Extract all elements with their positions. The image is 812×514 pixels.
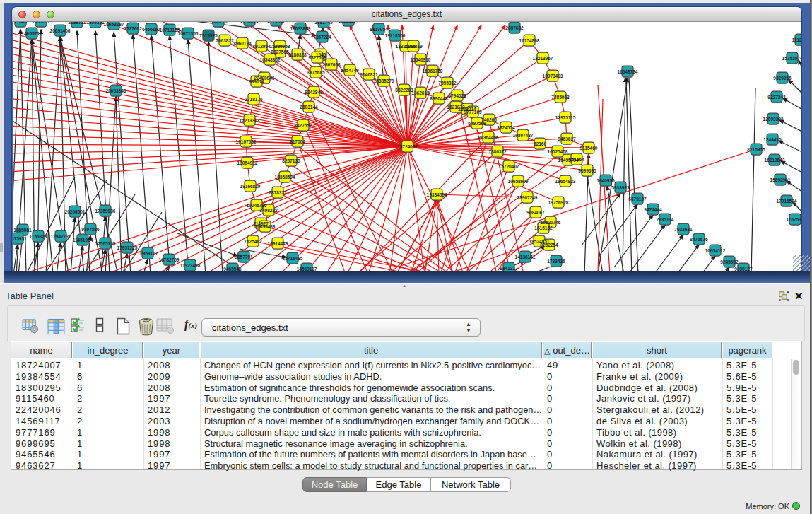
svg-text:2803144: 2803144 [300,105,318,110]
svg-text:8215955: 8215955 [747,147,765,152]
svg-text:9242848: 9242848 [305,90,323,95]
svg-text:11923468: 11923468 [180,263,201,268]
svg-text:1733426: 1733426 [547,259,565,264]
svg-text:8471676: 8471676 [690,237,708,242]
svg-text:9245652: 9245652 [720,259,739,264]
svg-text:3498222: 3498222 [259,208,278,213]
svg-text:1640956: 1640956 [596,178,615,183]
svg-text:19756928: 19756928 [548,200,569,205]
svg-text:19384554: 19384554 [427,192,447,197]
svg-text:7625402: 7625402 [244,239,262,244]
svg-text:8427552: 8427552 [294,123,312,128]
svg-text:12213967: 12213967 [533,56,553,61]
svg-text:1692745: 1692745 [314,22,333,25]
svg-text:17957225: 17957225 [117,245,138,250]
svg-text:7632621: 7632621 [674,227,693,232]
svg-text:10807487: 10807487 [513,133,534,138]
svg-text:9841217: 9841217 [500,266,518,271]
svg-text:3875685: 3875685 [307,70,325,75]
svg-text:10046786: 10046786 [247,203,267,208]
svg-text:16154808: 16154808 [519,38,540,43]
svg-text:9084067: 9084067 [526,210,545,215]
svg-text:9465546: 9465546 [223,267,242,271]
svg-text:8267130: 8267130 [282,158,300,163]
svg-text:1885081: 1885081 [13,228,32,233]
svg-text:8878332: 8878332 [269,190,287,195]
svg-text:9463627: 9463627 [558,136,576,141]
svg-text:19654923: 19654923 [555,179,576,184]
svg-text:151364: 151364 [569,157,584,162]
svg-text:2099711: 2099711 [69,22,86,25]
svg-text:1156829: 1156829 [30,234,47,239]
svg-text:2718176: 2718176 [245,97,263,102]
svg-text:15226058: 15226058 [270,44,290,49]
svg-text:19166829: 19166829 [240,184,261,189]
svg-text:17016504: 17016504 [777,199,797,204]
svg-text:16033809: 16033809 [290,26,311,31]
svg-text:10973493: 10973493 [543,74,563,78]
svg-text:9777169: 9777169 [464,110,482,115]
svg-text:9115460: 9115460 [580,146,598,151]
svg-text:16210643: 16210643 [765,158,785,163]
svg-text:3824554: 3824554 [497,125,515,130]
svg-text:14569117: 14569117 [297,267,317,271]
svg-text:817004: 817004 [290,139,305,144]
svg-text:19218506: 19218506 [385,33,406,38]
svg-text:1775427: 1775427 [267,22,286,23]
svg-text:8813054: 8813054 [370,27,388,32]
svg-text:8322203: 8322203 [395,88,413,93]
svg-text:18724007: 18724007 [397,144,418,149]
svg-text:5938923: 5938923 [611,185,630,190]
svg-text:1244415: 1244415 [763,137,782,142]
svg-text:9474444: 9474444 [644,207,662,212]
svg-text:62160: 62160 [534,141,546,146]
svg-text:989014: 989014 [249,79,264,84]
svg-text:12093383: 12093383 [763,117,784,122]
svg-text:12942737: 12942737 [51,234,71,239]
svg-text:16914479: 16914479 [268,241,288,246]
svg-text:20053346: 20053346 [106,88,126,93]
svg-text:8186328: 8186328 [288,52,307,57]
svg-text:3915931: 3915931 [13,236,27,241]
svg-text:10381374: 10381374 [339,22,359,23]
svg-text:16961758: 16961758 [423,69,443,74]
svg-text:19054912: 19054912 [237,160,258,165]
svg-text:10099489: 10099489 [255,224,276,229]
svg-text:7386372: 7386372 [488,149,507,154]
svg-text:8960124: 8960124 [233,41,252,46]
svg-text:2935114: 2935114 [657,217,674,222]
svg-text:15692901: 15692901 [770,177,791,182]
svg-text:1112509: 1112509 [792,37,801,42]
svg-text:2340419: 2340419 [404,44,423,49]
svg-text:746266: 746266 [481,117,497,122]
svg-text:9699695: 9699695 [578,168,596,173]
svg-text:10025458: 10025458 [548,149,568,154]
svg-text:16782759: 16782759 [159,257,180,262]
svg-text:1935231: 1935231 [32,22,50,24]
svg-text:16648784: 16648784 [618,69,638,74]
svg-text:7955812: 7955812 [438,81,457,86]
svg-text:12505135: 12505135 [95,241,116,246]
svg-text:1808276: 1808276 [209,22,228,24]
svg-text:7357224: 7357224 [313,35,331,40]
svg-text:1362615: 1362615 [411,90,430,95]
svg-text:9397586: 9397586 [81,227,100,232]
svg-text:6794028: 6794028 [448,93,466,98]
svg-text:20691406: 20691406 [50,28,71,33]
svg-text:1809351: 1809351 [86,22,105,25]
svg-text:9327505: 9327505 [271,49,289,54]
svg-text:7663822: 7663822 [216,38,234,43]
svg-text:15885270: 15885270 [374,78,394,83]
svg-text:10653287: 10653287 [104,22,124,27]
svg-text:1615152: 1615152 [534,226,553,230]
svg-text:12213363: 12213363 [240,118,260,123]
svg-text:20206501: 20206501 [65,209,86,214]
svg-text:10654112: 10654112 [705,248,726,253]
svg-text:1527602: 1527602 [124,26,142,31]
svg-text:8990448: 8990448 [430,96,448,101]
svg-text:2867608: 2867608 [322,62,341,67]
svg-text:18907249: 18907249 [517,195,538,200]
svg-text:10658609: 10658609 [508,179,529,184]
svg-text:8912954: 8912954 [252,44,271,49]
svg-text:9648103: 9648103 [240,22,259,23]
